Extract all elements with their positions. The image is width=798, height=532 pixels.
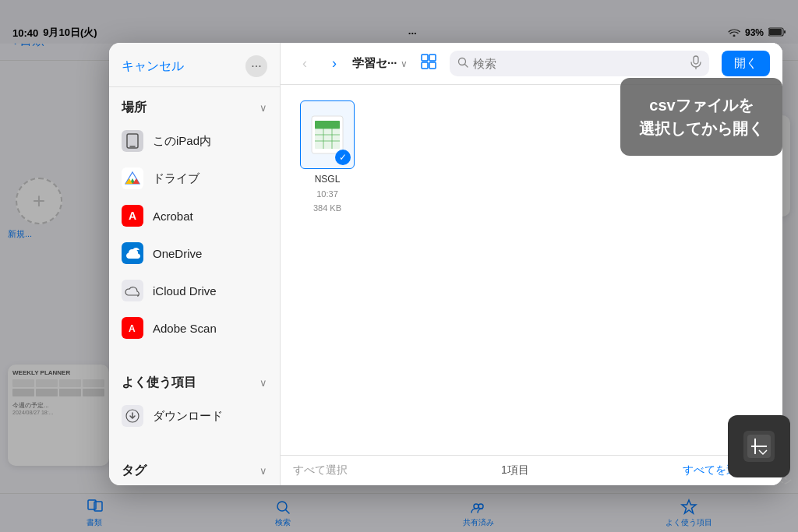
file-item-nsgl[interactable]: ✓ NSGL 10:37 384 KB (296, 100, 358, 213)
acrobat-label: Acrobat (153, 210, 193, 223)
icloud-icon (122, 280, 143, 301)
favorites-header: よく使う項目 ∨ (109, 372, 280, 397)
sidebar-item-onedrive[interactable]: OneDrive (109, 234, 280, 272)
microphone-button[interactable] (690, 55, 701, 72)
favorites-section: よく使う項目 ∨ ダウンロード (109, 362, 280, 444)
tags-chevron: ∨ (260, 465, 267, 477)
svg-rect-30 (429, 62, 436, 69)
svg-text:A: A (129, 323, 136, 334)
callout-tooltip: csvファイルを 選択してから開く (620, 78, 782, 156)
sidebar-item-ipad[interactable]: このiPad内 (109, 122, 280, 160)
ipad-icon (122, 130, 143, 152)
tags-section: タグ ∨ レッド (109, 450, 280, 485)
adobe-scan-icon: A (122, 317, 143, 339)
download-icon (122, 405, 143, 427)
drive-icon (122, 167, 143, 189)
favorites-title: よく使う項目 (122, 375, 196, 391)
file-name: NSGL (315, 174, 341, 185)
locations-section: 場所 ∨ このiPad内 ドライブ A (109, 87, 280, 356)
more-icon: ··· (251, 59, 261, 73)
drive-label: ドライブ (153, 171, 200, 186)
sidebar-item-adobe-scan[interactable]: A Adobe Scan (109, 309, 280, 347)
item-count: 1項目 (348, 463, 683, 477)
locations-title: 場所 (122, 100, 147, 116)
file-selected-check: ✓ (335, 150, 351, 165)
breadcrumb-chevron-icon: ∨ (401, 58, 408, 69)
view-toggle-button[interactable] (420, 53, 437, 74)
ipad-label: このiPad内 (153, 134, 211, 149)
chevron-right-nav-icon: › (332, 55, 337, 72)
icloud-label: iCloud Drive (153, 284, 217, 298)
callout-line1: csvファイルを (639, 93, 764, 117)
file-icon-nsgl: ✓ (300, 100, 355, 169)
file-picker-sidebar: キャンセル ··· 場所 ∨ このiPad内 (109, 43, 281, 485)
svg-rect-33 (694, 56, 698, 64)
file-picker-bottom-bar: すべて選択 1項目 すべてを選択解除 (281, 455, 782, 485)
download-label: ダウンロード (153, 409, 223, 424)
annotation-box (728, 415, 790, 477)
more-button[interactable]: ··· (245, 55, 267, 77)
locations-header: 場所 ∨ (109, 97, 280, 122)
file-size: 384 KB (313, 203, 341, 213)
cancel-button[interactable]: キャンセル (122, 58, 184, 75)
tags-header: タグ ∨ (109, 460, 280, 485)
chevron-left-nav-icon: ‹ (302, 55, 307, 72)
onedrive-icon (122, 242, 143, 264)
sidebar-item-download[interactable]: ダウンロード (109, 397, 280, 435)
svg-line-32 (464, 65, 468, 68)
breadcrumb: 学習セ··· ∨ (352, 56, 408, 71)
svg-rect-27 (422, 55, 428, 61)
acrobat-icon: A (122, 205, 143, 227)
svg-rect-28 (429, 55, 436, 61)
file-time: 10:37 (316, 189, 338, 199)
adobe-scan-label: Adobe Scan (153, 322, 217, 335)
svg-rect-42 (315, 121, 340, 129)
open-button[interactable]: 開く (722, 51, 770, 76)
sidebar-item-drive[interactable]: ドライブ (109, 160, 280, 197)
select-all-button[interactable]: すべて選択 (293, 463, 348, 477)
breadcrumb-text: 学習セ··· (352, 56, 397, 71)
svg-rect-29 (422, 62, 428, 69)
search-bar (450, 51, 709, 76)
search-input[interactable] (473, 57, 686, 70)
sidebar-header: キャンセル ··· (109, 43, 280, 87)
onedrive-label: OneDrive (153, 247, 202, 260)
locations-chevron: ∨ (260, 102, 267, 114)
sidebar-item-acrobat[interactable]: A Acrobat (109, 197, 280, 234)
sidebar-item-icloud[interactable]: iCloud Drive (109, 272, 280, 309)
search-icon (457, 57, 468, 70)
favorites-chevron: ∨ (260, 377, 267, 389)
back-nav-button[interactable]: ‹ (293, 52, 316, 76)
forward-nav-button[interactable]: › (323, 52, 346, 76)
callout-line2: 選択してから開く (639, 117, 764, 140)
tags-title: タグ (122, 463, 147, 479)
